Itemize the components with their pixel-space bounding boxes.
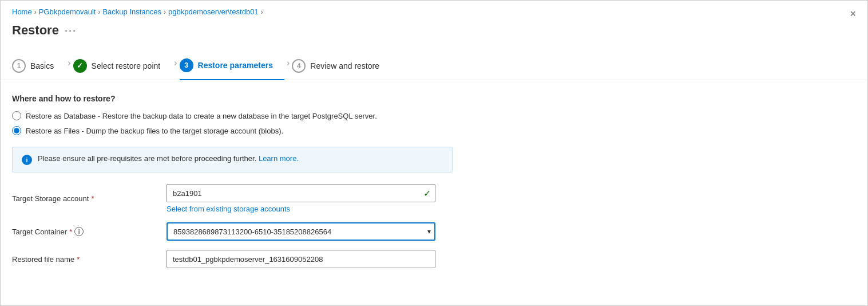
select-wrapper-container: 8593828689873113200-6510-35185208826564 … xyxy=(167,222,435,241)
field-group-target-storage: ✓ Select from existing storage accounts xyxy=(167,184,435,213)
step-indicator-basics: 1 xyxy=(12,59,26,73)
step-label-restore-params: Restore parameters xyxy=(198,61,274,70)
breadcrumb-sep-4: › xyxy=(261,8,263,16)
section-title: Where and how to restore? xyxy=(12,94,856,103)
info-text: Please ensure all pre-requisites are met… xyxy=(38,154,299,163)
info-circle-container[interactable]: i xyxy=(74,227,84,236)
breadcrumb-sep-2: › xyxy=(98,8,100,16)
breadcrumb-sep-1: › xyxy=(34,8,37,16)
breadcrumb-sep-3: › xyxy=(164,8,166,16)
page-title: Restore xyxy=(12,23,59,38)
tab-select-restore-point[interactable]: ✓ Select restore point xyxy=(73,53,172,80)
page-container: Home › PGbkpdemovault › Backup Instances… xyxy=(1,1,867,305)
radio-label-restore-files: Restore as Files - Dump the backup files… xyxy=(26,127,283,135)
step-label-basics: Basics xyxy=(30,61,54,70)
more-options-button[interactable]: ··· xyxy=(65,25,77,37)
step-sep-1: › xyxy=(68,58,70,75)
radio-label-restore-database: Restore as Database - Restore the backup… xyxy=(26,112,377,120)
tab-basics[interactable]: 1 Basics xyxy=(12,53,65,80)
label-target-container: Target Container * i xyxy=(12,227,167,236)
content-area: Where and how to restore? Restore as Dat… xyxy=(1,80,867,289)
restore-type-radio-group: Restore as Database - Restore the backup… xyxy=(12,111,856,135)
step-label-restore-point: Select restore point xyxy=(92,61,161,70)
form-row-target-storage: Target Storage account * ✓ Select from e… xyxy=(12,184,856,213)
input-with-check-storage: ✓ xyxy=(167,184,435,202)
breadcrumb-backup-instances[interactable]: Backup Instances xyxy=(102,7,161,16)
step-sep-2: › xyxy=(174,58,177,75)
step-sep-3: › xyxy=(287,58,290,75)
breadcrumb-home[interactable]: Home xyxy=(12,7,32,16)
info-icon: i xyxy=(22,155,32,165)
breadcrumb: Home › PGbkpdemovault › Backup Instances… xyxy=(1,1,867,18)
step-indicator-restore-point: ✓ xyxy=(73,59,87,73)
tab-restore-parameters[interactable]: 3 Restore parameters xyxy=(180,53,285,80)
radio-input-restore-database[interactable] xyxy=(12,111,21,120)
info-banner: i Please ensure all pre-requisites are m… xyxy=(12,147,453,172)
required-star-storage: * xyxy=(91,194,94,203)
check-icon-storage: ✓ xyxy=(423,188,431,199)
required-star-file: * xyxy=(77,255,80,264)
breadcrumb-vault[interactable]: PGbkpdemovault xyxy=(39,7,96,16)
radio-input-restore-files[interactable] xyxy=(12,126,21,135)
target-container-select[interactable]: 8593828689873113200-6510-35185208826564 xyxy=(167,222,435,241)
wizard-steps: 1 Basics › ✓ Select restore point › 3 Re… xyxy=(1,47,867,80)
label-restored-file: Restored file name * xyxy=(12,255,167,264)
select-storage-link[interactable]: Select from existing storage accounts xyxy=(167,205,435,213)
radio-restore-database[interactable]: Restore as Database - Restore the backup… xyxy=(12,111,856,120)
breadcrumb-server[interactable]: pgbkpdemoserver\testdb01 xyxy=(168,7,259,16)
step-indicator-restore-params: 3 xyxy=(180,58,193,72)
step-indicator-review: 4 xyxy=(292,59,306,73)
form-row-target-container: Target Container * i 8593828689873113200… xyxy=(12,222,856,241)
restored-file-name-input[interactable] xyxy=(167,250,435,268)
target-storage-input[interactable] xyxy=(167,184,435,202)
radio-restore-files[interactable]: Restore as Files - Dump the backup files… xyxy=(12,126,856,135)
form-fields: Target Storage account * ✓ Select from e… xyxy=(12,184,856,268)
label-target-storage: Target Storage account * xyxy=(12,194,167,203)
required-star-container: * xyxy=(69,227,72,236)
learn-more-link[interactable]: Learn more. xyxy=(259,154,299,163)
form-row-restored-file: Restored file name * xyxy=(12,250,856,268)
step-label-review: Review and restore xyxy=(310,61,379,70)
tab-review-restore[interactable]: 4 Review and restore xyxy=(292,53,391,80)
page-header: Restore ··· xyxy=(1,18,867,47)
close-button[interactable]: × xyxy=(850,9,856,19)
